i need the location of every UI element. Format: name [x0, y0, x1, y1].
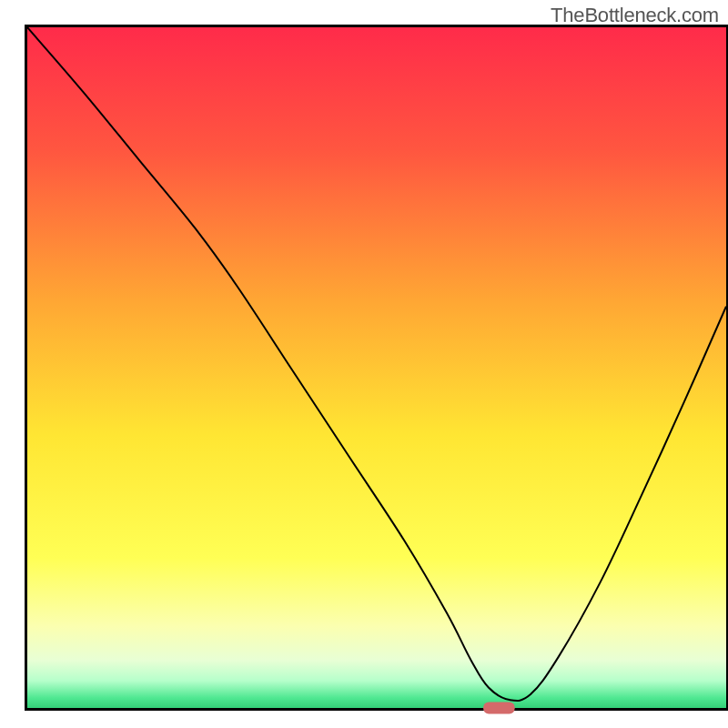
chart-plot-area: [27, 27, 726, 708]
bottleneck-chart: [0, 0, 728, 728]
watermark-text: TheBottleneck.com: [551, 4, 719, 27]
optimal-marker: [483, 703, 515, 714]
